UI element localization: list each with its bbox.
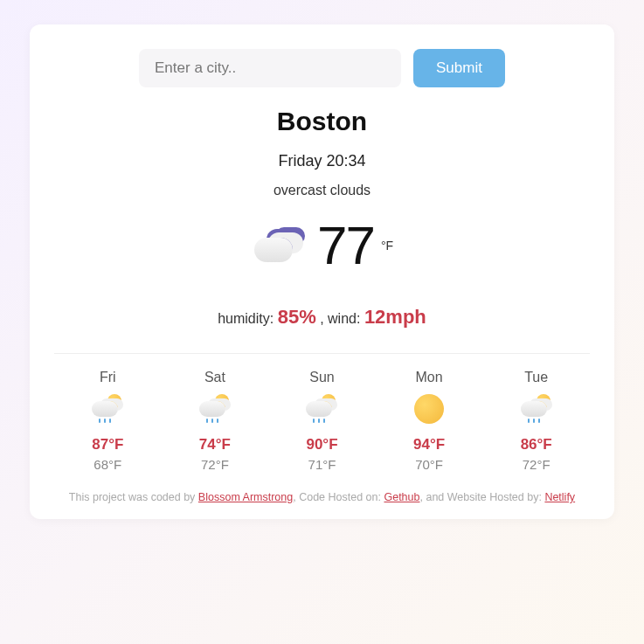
submit-button[interactable]: Submit	[413, 49, 505, 87]
rain-sun-icon	[197, 394, 232, 426]
forecast-day: Tue86°F72°F	[497, 370, 576, 472]
forecast-day-name: Mon	[390, 370, 468, 385]
forecast-day-name: Sun	[282, 370, 361, 385]
forecast-day: Sat74°F72°F	[176, 370, 254, 472]
forecast-high: 87°F	[68, 436, 147, 454]
temp-unit: °F	[381, 239, 393, 253]
humidity-value: 85%	[278, 306, 316, 328]
city-name: Boston	[54, 107, 590, 136]
humidity-label: humidity:	[218, 311, 274, 326]
city-search-input[interactable]	[139, 49, 401, 87]
wind-label: , wind:	[320, 311, 360, 326]
forecast-high: 74°F	[176, 436, 254, 454]
forecast-row: Fri87°F68°FSat74°F72°FSun90°F71°FMon94°F…	[54, 370, 590, 472]
search-row: Submit	[54, 49, 590, 87]
datetime: Friday 20:34	[54, 152, 590, 170]
forecast-day: Sun90°F71°F	[282, 370, 361, 472]
weather-meta: humidity: 85% , wind: 12mph	[54, 306, 590, 329]
footer-credits: This project was coded by Blossom Armstr…	[54, 491, 590, 503]
divider	[54, 353, 590, 354]
condition-text: overcast clouds	[54, 183, 590, 198]
forecast-high: 90°F	[282, 436, 361, 454]
sun-icon	[412, 394, 447, 426]
footer-text: , Code Hosted on:	[293, 491, 384, 503]
author-link[interactable]: Blossom Armstrong	[198, 491, 293, 503]
forecast-low: 70°F	[390, 457, 468, 472]
forecast-high: 86°F	[497, 436, 576, 454]
forecast-day: Mon94°F70°F	[390, 370, 468, 472]
current-temp: 77	[317, 214, 374, 276]
forecast-low: 72°F	[176, 457, 254, 472]
forecast-day-name: Sat	[176, 370, 254, 385]
forecast-low: 68°F	[68, 457, 147, 472]
weather-card: Submit Boston Friday 20:34 overcast clou…	[30, 24, 614, 519]
rain-sun-icon	[90, 394, 125, 426]
footer-text: , and Website Hosted by:	[419, 491, 544, 503]
current-weather: 77 °F	[54, 214, 590, 276]
rain-sun-icon	[519, 394, 554, 426]
forecast-day-name: Tue	[497, 370, 576, 385]
overcast-clouds-icon	[251, 224, 305, 267]
rain-sun-icon	[304, 394, 339, 426]
forecast-day-name: Fri	[68, 370, 147, 385]
forecast-low: 71°F	[282, 457, 361, 472]
host-link[interactable]: Netlify	[544, 491, 575, 503]
repo-link[interactable]: Gethub	[384, 491, 419, 503]
forecast-high: 94°F	[390, 436, 468, 454]
wind-value: 12mph	[364, 306, 426, 328]
forecast-low: 72°F	[497, 457, 576, 472]
forecast-day: Fri87°F68°F	[68, 370, 147, 472]
footer-text: This project was coded by	[69, 491, 198, 503]
